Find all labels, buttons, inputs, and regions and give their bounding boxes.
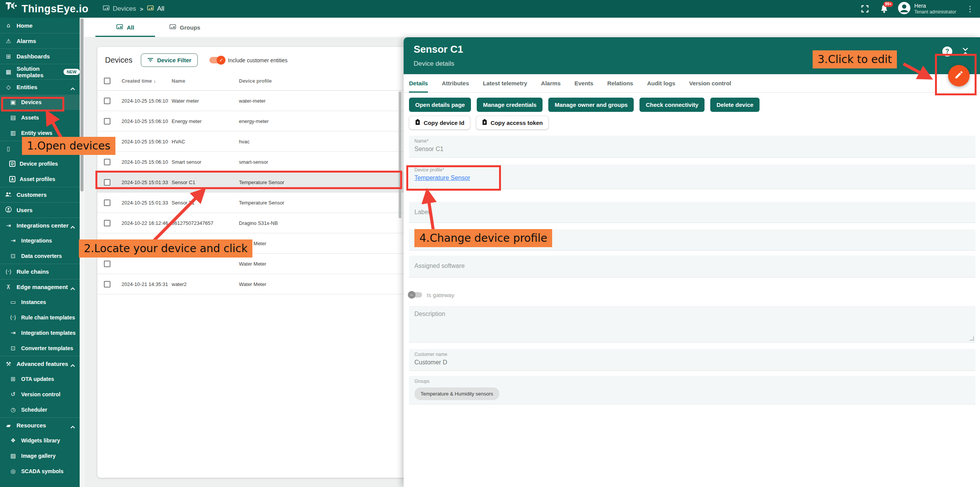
column-name[interactable]: Name xyxy=(172,78,239,84)
sidebar-scrollbar-thumb[interactable] xyxy=(80,18,83,191)
delete-device-button[interactable]: Delete device xyxy=(710,98,760,112)
device-profile-field[interactable]: Device profile* Temperature Sensor xyxy=(409,165,975,189)
sidebar-item-alarms[interactable]: ⚠Alarms xyxy=(0,33,80,48)
table-row-sensor-c1[interactable]: 2024-10-25 15:01:33Sensor C1Temperature … xyxy=(97,172,434,193)
check-connectivity-button[interactable]: Check connectivity xyxy=(639,98,705,112)
copy-access-token-button[interactable]: Copy access token xyxy=(476,116,549,130)
open-details-page-button[interactable]: Open details page xyxy=(409,98,471,112)
sidebar-item-ota-updates[interactable]: ⊞OTA updates xyxy=(0,371,80,387)
manage-credentials-button[interactable]: Manage credentials xyxy=(477,98,543,112)
table-scrollbar[interactable] xyxy=(399,91,401,218)
sidebar-item-users[interactable]: Users xyxy=(0,202,80,218)
row-checkbox[interactable] xyxy=(104,199,110,206)
sidebar-item-image-gallery[interactable]: ▨Image gallery xyxy=(0,448,80,464)
version-control-icon: ↺ xyxy=(9,391,17,398)
group-chip[interactable]: Temperature & Humidity sensors xyxy=(414,387,499,400)
toggle-check-icon: ✓ xyxy=(217,56,225,65)
sidebar-item-scheduler[interactable]: ◷Scheduler xyxy=(0,402,80,417)
sidebar-item-solution-templates[interactable]: ▦Solution templatesNEW xyxy=(0,64,80,79)
name-field[interactable]: Name* Sensor C1 xyxy=(409,136,975,158)
breadcrumb-all[interactable]: All xyxy=(147,5,164,13)
fullscreen-button[interactable] xyxy=(859,3,871,15)
annotation-step3: 3.Click to edit xyxy=(813,50,897,68)
include-customer-entities-toggle[interactable]: ✓ Include customer entities xyxy=(209,57,287,63)
table-row[interactable]: 2024-10-25 15:06:10HVAChvac xyxy=(97,131,434,152)
tab-relations[interactable]: Relations xyxy=(607,74,633,93)
sidebar-item-integration-templates[interactable]: ⇥Integration templates xyxy=(0,325,80,341)
assigned-software-field[interactable]: Assigned software xyxy=(409,256,975,278)
sidebar-item-widgets-library[interactable]: ❖Widgets library xyxy=(0,433,80,448)
manage-owner-groups-button[interactable]: Manage owner and groups xyxy=(548,98,634,112)
edit-fab-button[interactable] xyxy=(948,65,970,86)
app-logo[interactable]: ThingsEye.io xyxy=(0,2,80,16)
tab-version-control[interactable]: Version control xyxy=(689,74,731,93)
sidebar-item-advanced-features[interactable]: ⚒Advanced features xyxy=(0,356,80,371)
sidebar-item-scada-symbols[interactable]: ◎SCADA symbols xyxy=(0,464,80,479)
sidebar-item-rule-chain-templates[interactable]: ⟨·⟩Rule chain templates xyxy=(0,310,80,325)
sidebar-item-data-converters[interactable]: ⊡Data converters xyxy=(0,248,80,264)
sidebar-item-devices[interactable]: ▣Devices xyxy=(0,95,80,110)
resize-handle[interactable] xyxy=(969,336,974,341)
user-role: Tenant administrator xyxy=(914,9,956,15)
collapse-icon[interactable] xyxy=(961,47,970,58)
copy-icon xyxy=(415,119,421,126)
sidebar-item-dashboards[interactable]: ⊞Dashboards xyxy=(0,48,80,64)
device-icon xyxy=(147,5,154,13)
sidebar-item-converter-templates[interactable]: ⊡Converter templates xyxy=(0,341,80,356)
table-row[interactable]: 2024-10-21 14:35:31water2Water Meter xyxy=(97,274,434,294)
sidebar-item-customers[interactable]: Customers xyxy=(0,187,80,202)
tab-latest-telemetry[interactable]: Latest telemetry xyxy=(483,74,527,93)
row-checkbox[interactable] xyxy=(104,261,110,267)
tab-alarms[interactable]: Alarms xyxy=(541,74,561,93)
row-checkbox[interactable] xyxy=(104,98,110,104)
notifications-bell-button[interactable]: 99+ xyxy=(878,3,890,15)
sidebar-item-integrations-center[interactable]: ⇥Integrations center xyxy=(0,218,80,233)
breadcrumb-devices[interactable]: Devices xyxy=(103,5,136,13)
tab-attributes[interactable]: Attributes xyxy=(442,74,469,93)
tab-groups[interactable]: Groups xyxy=(155,18,215,37)
sidebar-item-edge-management[interactable]: ⊼Edge management xyxy=(0,279,80,294)
row-checkbox[interactable] xyxy=(104,159,110,165)
row-checkbox[interactable] xyxy=(104,179,110,186)
tab-details[interactable]: Details xyxy=(409,74,428,93)
converter-templates-icon: ⊡ xyxy=(9,345,17,352)
sidebar-nav: ⌂Home ⚠Alarms ⊞Dashboards ▦Solution temp… xyxy=(0,18,80,487)
folder-icon: ▰ xyxy=(5,422,12,429)
sort-desc-icon[interactable]: ↓ xyxy=(154,78,156,84)
sidebar-item-resources[interactable]: ▰Resources xyxy=(0,417,80,433)
sidebar-item-integrations[interactable]: ⇥Integrations xyxy=(0,233,80,248)
column-created-time[interactable]: Created time xyxy=(122,78,152,84)
tab-all[interactable]: All xyxy=(95,18,155,37)
sidebar-item-entities[interactable]: ◇Entities xyxy=(0,79,80,95)
more-menu-icon[interactable]: ⋮ xyxy=(964,4,976,13)
row-checkbox[interactable] xyxy=(104,281,110,288)
table-row[interactable]: 2024-10-25 15:01:33Sensor T1Temperature … xyxy=(97,193,434,213)
sidebar-item-rule-chains[interactable]: ⟨·⟩Rule chains xyxy=(0,264,80,279)
description-field[interactable]: Description xyxy=(409,306,975,342)
tab-audit-logs[interactable]: Audit logs xyxy=(647,74,675,93)
sidebar-item-version-control[interactable]: ↺Version control xyxy=(0,387,80,402)
row-checkbox[interactable] xyxy=(104,118,110,125)
groups-field[interactable]: Groups Temperature & Humidity sensors xyxy=(409,376,975,404)
table-row[interactable]: 2024-10-25 15:06:10Smart sensorsmart-sen… xyxy=(97,152,434,172)
row-checkbox[interactable] xyxy=(104,220,110,226)
table-row[interactable]: 2024-10-25 15:06:10Energy meterenergy-me… xyxy=(97,111,434,131)
device-filter-button[interactable]: Device Filter xyxy=(141,53,198,67)
tab-events[interactable]: Events xyxy=(574,74,593,93)
integrations-icon: ⇥ xyxy=(9,237,17,244)
sidebar-item-asset-profiles[interactable]: AAsset profiles xyxy=(0,171,80,187)
user-menu[interactable]: Hera Tenant administrator xyxy=(898,2,956,16)
help-icon[interactable]: ? xyxy=(942,47,952,57)
device-profile-link[interactable]: Temperature Sensor xyxy=(414,175,970,181)
copy-device-id-button[interactable]: Copy device Id xyxy=(409,116,470,130)
select-all-checkbox[interactable] xyxy=(104,78,110,84)
is-gateway-toggle[interactable]: – Is gateway xyxy=(409,289,975,301)
sidebar-item-device-profiles[interactable]: DDevice profiles xyxy=(0,156,80,171)
label-field[interactable]: Label xyxy=(409,202,975,223)
sidebar-item-assets[interactable]: ▤Assets xyxy=(0,110,80,125)
rule-chain-templates-icon: ⟨·⟩ xyxy=(9,314,17,321)
sidebar-item-instances[interactable]: ▭Instances xyxy=(0,294,80,310)
table-row[interactable]: 2024-10-22 16:12:46861275072347657Dragin… xyxy=(97,213,434,233)
sidebar-item-home[interactable]: ⌂Home xyxy=(0,18,80,33)
table-row[interactable]: 2024-10-25 15:06:10Water meterwater-mete… xyxy=(97,91,434,111)
